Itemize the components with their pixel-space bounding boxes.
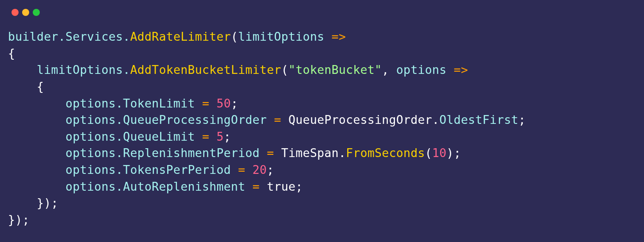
- token-brace: });: [37, 196, 58, 210]
- token-indent: [8, 146, 65, 160]
- token-operator: =: [231, 163, 253, 177]
- token-indent: [8, 196, 37, 210]
- token-semicolon: ;: [231, 96, 238, 110]
- code-line: limitOptions.AddTokenBucketLimiter("toke…: [8, 63, 468, 77]
- token-brace: {: [8, 46, 15, 60]
- token-indent: [8, 80, 37, 93]
- token-property: AutoReplenishment: [123, 180, 245, 193]
- token-arrow: =>: [324, 30, 346, 43]
- token-string: "tokenBucket": [288, 63, 382, 77]
- code-line: });: [8, 213, 30, 227]
- code-line: });: [8, 196, 58, 210]
- minimize-icon[interactable]: [22, 9, 29, 16]
- token-param: limitOptions: [238, 30, 324, 43]
- token-class: QueueProcessingOrder: [288, 113, 432, 127]
- token-property: QueueLimit: [123, 130, 195, 143]
- token-semicolon: ;: [454, 146, 461, 160]
- token-identifier: builder: [8, 30, 58, 43]
- token-dot: .: [58, 30, 65, 43]
- code-line: options.QueueProcessingOrder = QueueProc…: [8, 113, 525, 127]
- token-semicolon: ;: [267, 163, 274, 177]
- token-identifier: limitOptions: [37, 63, 123, 77]
- code-line: {: [8, 46, 15, 60]
- token-property: Services: [65, 30, 123, 43]
- token-indent: [8, 63, 37, 77]
- token-dot: .: [116, 130, 123, 143]
- token-identifier: options: [65, 180, 116, 193]
- token-identifier: options: [65, 96, 116, 110]
- token-brace: });: [8, 213, 30, 227]
- code-line: options.QueueLimit = 5;: [8, 130, 231, 143]
- token-property: ReplenishmentPeriod: [123, 146, 260, 160]
- token-semicolon: ;: [224, 130, 231, 143]
- token-paren: (: [425, 146, 432, 160]
- token-identifier: options: [65, 146, 116, 160]
- token-operator: =: [267, 113, 288, 127]
- code-line: options.AutoReplenishment = true;: [8, 180, 303, 193]
- token-method: FromSeconds: [346, 146, 425, 160]
- token-dot: .: [432, 113, 439, 127]
- token-indent: [8, 96, 65, 110]
- token-indent: [8, 113, 65, 127]
- maximize-icon[interactable]: [33, 9, 40, 16]
- token-property: TokensPerPeriod: [123, 163, 231, 177]
- token-param: options: [396, 63, 447, 77]
- token-dot: .: [116, 146, 123, 160]
- token-number: 10: [432, 146, 447, 160]
- token-brace: {: [37, 80, 44, 93]
- token-number: 50: [216, 96, 231, 110]
- code-block: builder.Services.AddRateLimiter(limitOpt…: [8, 28, 636, 228]
- token-dot: .: [116, 163, 123, 177]
- token-property: TokenLimit: [123, 96, 195, 110]
- token-identifier: options: [65, 113, 116, 127]
- code-line: options.ReplenishmentPeriod = TimeSpan.F…: [8, 146, 461, 160]
- window-controls: [12, 9, 636, 16]
- token-dot: .: [116, 96, 123, 110]
- token-dot: .: [123, 30, 130, 43]
- token-paren: (: [281, 63, 288, 77]
- token-arrow: =>: [447, 63, 468, 77]
- token-operator: =: [195, 130, 217, 143]
- token-number: 5: [216, 130, 223, 143]
- token-dot: .: [116, 113, 123, 127]
- token-indent: [8, 130, 65, 143]
- token-operator: =: [260, 146, 281, 160]
- token-semicolon: ;: [518, 113, 525, 127]
- token-comma: ,: [382, 63, 396, 77]
- code-line: options.TokenLimit = 50;: [8, 96, 238, 110]
- token-property: QueueProcessingOrder: [123, 113, 267, 127]
- token-dot: .: [339, 146, 346, 160]
- token-number: 20: [253, 163, 267, 177]
- token-operator: =: [245, 180, 267, 193]
- token-dot: .: [123, 63, 130, 77]
- token-paren: ): [447, 146, 454, 160]
- close-icon[interactable]: [12, 9, 19, 16]
- token-identifier: options: [65, 163, 116, 177]
- code-line: {: [8, 80, 44, 93]
- token-method: AddTokenBucketLimiter: [130, 63, 281, 77]
- token-semicolon: ;: [295, 180, 303, 193]
- code-line: builder.Services.AddRateLimiter(limitOpt…: [8, 30, 346, 43]
- token-indent: [8, 163, 65, 177]
- token-member: OldestFirst: [439, 113, 518, 127]
- token-paren: (: [231, 30, 238, 43]
- code-line: options.TokensPerPeriod = 20;: [8, 163, 274, 177]
- token-dot: .: [116, 180, 123, 193]
- token-keyword: true: [267, 180, 295, 193]
- token-operator: =: [195, 96, 217, 110]
- token-identifier: options: [65, 130, 116, 143]
- token-indent: [8, 180, 65, 193]
- token-method: AddRateLimiter: [130, 30, 231, 43]
- token-class: TimeSpan: [281, 146, 339, 160]
